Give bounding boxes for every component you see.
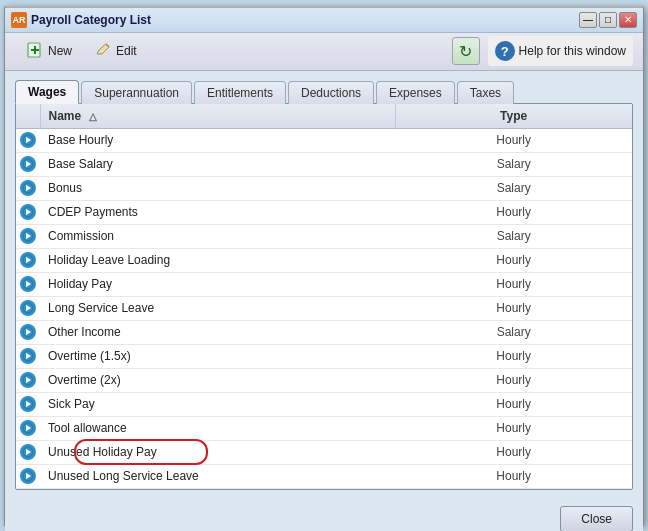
table-row[interactable]: Base HourlyHourly bbox=[16, 128, 632, 152]
row-type: Hourly bbox=[395, 440, 632, 464]
row-type: Salary bbox=[395, 224, 632, 248]
row-name: Sick Pay bbox=[40, 392, 395, 416]
row-name: Base Salary bbox=[40, 152, 395, 176]
row-name: Base Hourly bbox=[40, 128, 395, 152]
row-type: Hourly bbox=[395, 272, 632, 296]
content-area: Wages Superannuation Entitlements Deduct… bbox=[5, 71, 643, 498]
table-row[interactable]: Holiday PayHourly bbox=[16, 272, 632, 296]
help-button[interactable]: ? Help for this window bbox=[488, 36, 633, 66]
table-row[interactable]: CommissionSalary bbox=[16, 224, 632, 248]
row-name: Other Income bbox=[40, 320, 395, 344]
window-controls: — □ ✕ bbox=[579, 12, 637, 28]
row-type: Hourly bbox=[395, 416, 632, 440]
edit-icon bbox=[94, 41, 112, 62]
row-navigate-icon bbox=[20, 276, 36, 292]
table-row[interactable]: Long Service LeaveHourly bbox=[16, 296, 632, 320]
data-table-wrapper: Name △ Type Base HourlyHourly bbox=[15, 103, 633, 490]
payroll-table: Name △ Type Base HourlyHourly bbox=[16, 104, 632, 489]
row-icon-cell bbox=[16, 152, 40, 176]
tab-entitlements[interactable]: Entitlements bbox=[194, 81, 286, 104]
close-button[interactable]: Close bbox=[560, 506, 633, 532]
row-icon-cell bbox=[16, 272, 40, 296]
row-navigate-icon bbox=[20, 372, 36, 388]
row-type: Hourly bbox=[395, 344, 632, 368]
window-title: Payroll Category List bbox=[31, 13, 579, 27]
row-navigate-icon bbox=[20, 252, 36, 268]
table-row[interactable]: Other IncomeSalary bbox=[16, 320, 632, 344]
row-type: Salary bbox=[395, 320, 632, 344]
minimize-button[interactable]: — bbox=[579, 12, 597, 28]
tab-wages[interactable]: Wages bbox=[15, 80, 79, 104]
toolbar: New Edit ↻ ? Help for this window bbox=[5, 33, 643, 71]
row-icon-cell bbox=[16, 392, 40, 416]
tab-taxes[interactable]: Taxes bbox=[457, 81, 514, 104]
tab-superannuation[interactable]: Superannuation bbox=[81, 81, 192, 104]
row-navigate-icon bbox=[20, 348, 36, 364]
row-icon-cell bbox=[16, 200, 40, 224]
row-type: Hourly bbox=[395, 248, 632, 272]
table-row[interactable]: Tool allowanceHourly bbox=[16, 416, 632, 440]
row-icon-cell bbox=[16, 368, 40, 392]
table-row[interactable]: Unused Holiday PayHourly bbox=[16, 440, 632, 464]
type-column-header[interactable]: Type bbox=[395, 104, 632, 129]
row-navigate-icon bbox=[20, 324, 36, 340]
row-name: Long Service Leave bbox=[40, 296, 395, 320]
row-type: Hourly bbox=[395, 392, 632, 416]
new-button[interactable]: New bbox=[15, 36, 83, 67]
row-name: Holiday Leave Loading bbox=[40, 248, 395, 272]
row-name: Commission bbox=[40, 224, 395, 248]
new-icon bbox=[26, 41, 44, 62]
table-row[interactable]: Overtime (2x)Hourly bbox=[16, 368, 632, 392]
row-type: Hourly bbox=[395, 296, 632, 320]
row-name: Tool allowance bbox=[40, 416, 395, 440]
main-window: AR Payroll Category List — □ ✕ New bbox=[4, 6, 644, 526]
row-navigate-icon bbox=[20, 396, 36, 412]
row-icon-cell bbox=[16, 440, 40, 464]
row-icon-cell bbox=[16, 464, 40, 488]
icon-column-header bbox=[16, 104, 40, 129]
help-label: Help for this window bbox=[519, 44, 626, 58]
table-row[interactable]: Base SalarySalary bbox=[16, 152, 632, 176]
row-navigate-icon bbox=[20, 444, 36, 460]
row-navigate-icon bbox=[20, 180, 36, 196]
toolbar-right: ↻ ? Help for this window bbox=[452, 36, 633, 66]
row-icon-cell bbox=[16, 176, 40, 200]
row-navigate-icon bbox=[20, 468, 36, 484]
row-name: Unused Long Service Leave bbox=[40, 464, 395, 488]
maximize-button[interactable]: □ bbox=[599, 12, 617, 28]
table-scroll[interactable]: Name △ Type Base HourlyHourly bbox=[16, 104, 632, 489]
row-type: Salary bbox=[395, 152, 632, 176]
tab-expenses[interactable]: Expenses bbox=[376, 81, 455, 104]
row-navigate-icon bbox=[20, 228, 36, 244]
row-icon-cell bbox=[16, 320, 40, 344]
row-type: Hourly bbox=[395, 368, 632, 392]
row-name: Overtime (2x) bbox=[40, 368, 395, 392]
row-name: CDEP Payments bbox=[40, 200, 395, 224]
table-row[interactable]: CDEP PaymentsHourly bbox=[16, 200, 632, 224]
new-label: New bbox=[48, 44, 72, 58]
row-icon-cell bbox=[16, 128, 40, 152]
row-icon-cell bbox=[16, 248, 40, 272]
table-row[interactable]: Holiday Leave LoadingHourly bbox=[16, 248, 632, 272]
row-navigate-icon bbox=[20, 132, 36, 148]
table-row[interactable]: Overtime (1.5x)Hourly bbox=[16, 344, 632, 368]
tabs-container: Wages Superannuation Entitlements Deduct… bbox=[15, 79, 633, 103]
footer: Close bbox=[5, 498, 643, 532]
name-column-header[interactable]: Name △ bbox=[40, 104, 395, 129]
table-row[interactable]: Unused Long Service LeaveHourly bbox=[16, 464, 632, 488]
edit-button[interactable]: Edit bbox=[83, 36, 148, 67]
row-type: Hourly bbox=[395, 128, 632, 152]
row-name: Holiday Pay bbox=[40, 272, 395, 296]
tab-deductions[interactable]: Deductions bbox=[288, 81, 374, 104]
row-icon-cell bbox=[16, 416, 40, 440]
row-navigate-icon bbox=[20, 204, 36, 220]
table-row[interactable]: BonusSalary bbox=[16, 176, 632, 200]
row-type: Hourly bbox=[395, 464, 632, 488]
close-window-button[interactable]: ✕ bbox=[619, 12, 637, 28]
row-icon-cell bbox=[16, 296, 40, 320]
refresh-button[interactable]: ↻ bbox=[452, 37, 480, 65]
table-row[interactable]: Sick PayHourly bbox=[16, 392, 632, 416]
edit-label: Edit bbox=[116, 44, 137, 58]
row-icon-cell bbox=[16, 224, 40, 248]
title-bar: AR Payroll Category List — □ ✕ bbox=[5, 8, 643, 33]
